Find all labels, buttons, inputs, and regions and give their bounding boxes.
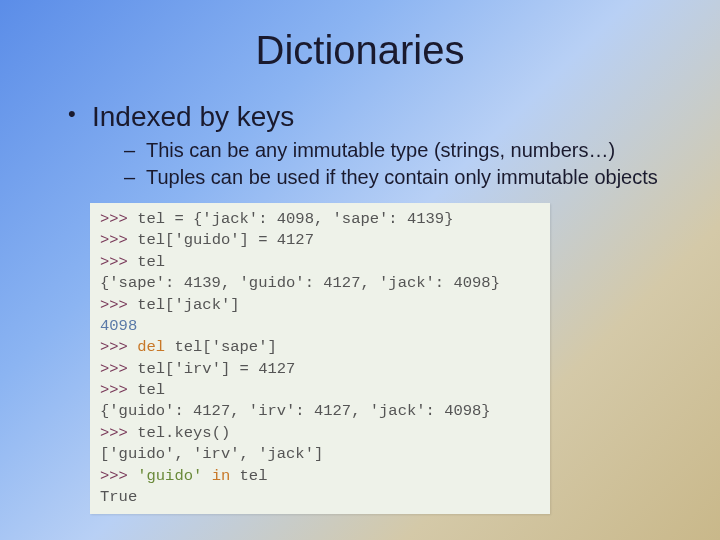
code-output: 4098 bbox=[100, 317, 137, 335]
code-keyword: del bbox=[137, 338, 165, 356]
code-output: {'guido': 4127, 'irv': 4127, 'jack': 409… bbox=[100, 402, 491, 420]
sub-bullet-list: This can be any immutable type (strings,… bbox=[92, 139, 670, 189]
code-string: 'guido' bbox=[137, 467, 202, 485]
code-line: tel['irv'] = 4127 bbox=[137, 360, 295, 378]
code-line: tel bbox=[137, 381, 165, 399]
code-line: tel['sape'] bbox=[165, 338, 277, 356]
code-block: >>> tel = {'jack': 4098, 'sape': 4139} >… bbox=[90, 203, 550, 514]
code-line: tel = {'jack': 4098, 'sape': 4139} bbox=[137, 210, 453, 228]
sub-bullet-2: Tuples can be used if they contain only … bbox=[124, 166, 670, 189]
code-prompt: >>> bbox=[100, 381, 137, 399]
code-prompt: >>> bbox=[100, 296, 137, 314]
slide-container: Dictionaries Indexed by keys This can be… bbox=[0, 0, 720, 534]
code-line: tel['jack'] bbox=[137, 296, 239, 314]
code-prompt: >>> bbox=[100, 253, 137, 271]
code-output: ['guido', 'irv', 'jack'] bbox=[100, 445, 323, 463]
bullet-main-text: Indexed by keys bbox=[92, 101, 294, 132]
code-prompt: >>> bbox=[100, 231, 137, 249]
bullet-main: Indexed by keys This can be any immutabl… bbox=[68, 101, 670, 189]
code-keyword: in bbox=[202, 467, 239, 485]
code-line: tel['guido'] = 4127 bbox=[137, 231, 314, 249]
code-line: tel.keys() bbox=[137, 424, 230, 442]
code-prompt: >>> bbox=[100, 424, 137, 442]
code-prompt: >>> bbox=[100, 210, 137, 228]
bullet-list: Indexed by keys This can be any immutabl… bbox=[50, 101, 670, 189]
code-prompt: >>> bbox=[100, 467, 137, 485]
slide-title: Dictionaries bbox=[50, 28, 670, 73]
code-output: True bbox=[100, 488, 137, 506]
code-output: {'sape': 4139, 'guido': 4127, 'jack': 40… bbox=[100, 274, 500, 292]
code-line: tel bbox=[137, 253, 165, 271]
sub-bullet-1: This can be any immutable type (strings,… bbox=[124, 139, 670, 162]
code-prompt: >>> bbox=[100, 360, 137, 378]
code-line: tel bbox=[240, 467, 268, 485]
code-prompt: >>> bbox=[100, 338, 137, 356]
